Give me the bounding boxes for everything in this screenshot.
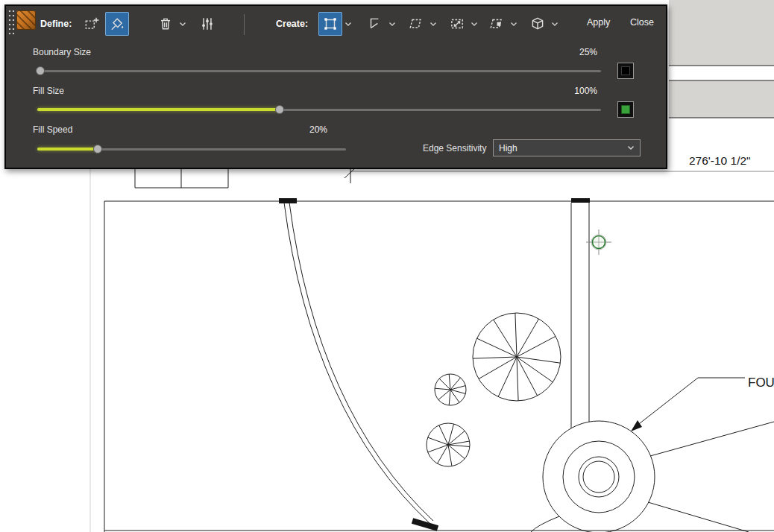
adjust-settings-button[interactable] bbox=[195, 12, 219, 36]
fill-speed-thumb[interactable] bbox=[93, 145, 102, 153]
fountain-label: FOU bbox=[748, 376, 774, 390]
chevron-down-icon bbox=[471, 22, 478, 27]
paint-bucket-icon bbox=[109, 16, 125, 32]
create-label: Create: bbox=[276, 19, 308, 29]
black-color-chip bbox=[621, 66, 630, 75]
chevron-down-icon bbox=[627, 145, 635, 151]
arc-end-jamb bbox=[412, 521, 438, 528]
chevron-down-icon bbox=[551, 22, 559, 27]
dashed-quad-solid-icon bbox=[488, 16, 505, 32]
edge-sensitivity-value: High bbox=[499, 143, 517, 153]
chevron-down-icon bbox=[430, 22, 437, 27]
fill-speed-slider-fill[interactable] bbox=[37, 148, 98, 151]
perimeter-tool-button[interactable] bbox=[363, 12, 387, 36]
boundary-size-thumb[interactable] bbox=[36, 66, 45, 75]
edge-sensitivity-select[interactable]: High bbox=[493, 139, 641, 156]
corner-angle-icon bbox=[367, 16, 383, 32]
leader-arrowhead bbox=[631, 420, 642, 431]
fill-speed-label: Fill Speed bbox=[33, 124, 72, 135]
boundary-color-swatch[interactable] bbox=[617, 63, 634, 79]
dashed-quad-icon bbox=[408, 16, 424, 32]
fill-size-value: 100% bbox=[553, 86, 597, 96]
tree-symbol bbox=[435, 374, 466, 405]
resize-tool-button[interactable] bbox=[445, 12, 469, 36]
fill-speed-value: 20% bbox=[309, 124, 327, 135]
edge-sensitivity-label: Edge Sensitivity bbox=[423, 143, 486, 153]
create-space-chevron[interactable] bbox=[343, 12, 353, 36]
perimeter-tool-chevron[interactable] bbox=[387, 12, 397, 36]
boundary-size-label: Boundary Size bbox=[33, 47, 91, 57]
area-tool-chevron[interactable] bbox=[428, 12, 438, 36]
delete-dropdown-chevron[interactable] bbox=[177, 12, 188, 36]
viewport-tool-chevron[interactable] bbox=[550, 12, 560, 36]
chevron-down-icon bbox=[510, 22, 517, 27]
wall-jambs bbox=[279, 198, 642, 431]
chevron-down-icon bbox=[344, 22, 352, 27]
tree-symbol bbox=[427, 423, 470, 466]
boundary-size-value: 25% bbox=[553, 47, 597, 57]
cutout-tool-button[interactable] bbox=[485, 12, 509, 36]
fill-size-slider-fill[interactable] bbox=[37, 108, 280, 111]
fill-size-label: Fill Size bbox=[33, 86, 64, 96]
rect-handles-icon bbox=[322, 16, 339, 32]
boundary-size-slider[interactable] bbox=[37, 70, 601, 72]
tree-symbol bbox=[473, 313, 561, 401]
close-button[interactable]: Close bbox=[630, 17, 654, 28]
schedule-table bbox=[669, 0, 774, 118]
chevron-down-icon bbox=[179, 22, 186, 27]
dashed-rect-plus-icon bbox=[84, 16, 100, 32]
apply-button[interactable]: Apply bbox=[587, 17, 610, 28]
define-label: Define: bbox=[40, 19, 72, 29]
fill-color-swatch[interactable] bbox=[617, 101, 634, 118]
viewport-tool-button[interactable] bbox=[526, 12, 550, 36]
cutout-tool-chevron[interactable] bbox=[509, 12, 519, 36]
dimension-text: 276'-10 1/2" bbox=[689, 154, 751, 167]
chevron-down-icon bbox=[388, 22, 396, 27]
resize-tool-chevron[interactable] bbox=[469, 12, 479, 36]
toolbar-divider bbox=[244, 14, 245, 35]
cube-icon bbox=[529, 16, 546, 32]
sliders-icon bbox=[199, 16, 215, 32]
fill-size-thumb[interactable] bbox=[275, 105, 284, 114]
trash-icon bbox=[157, 16, 174, 32]
rect-diagonal-arrow-icon bbox=[449, 16, 465, 32]
drag-grip[interactable] bbox=[8, 10, 16, 37]
create-space-button[interactable] bbox=[318, 12, 342, 36]
magic-define-button[interactable] bbox=[105, 12, 129, 36]
area-tool-button[interactable] bbox=[404, 12, 428, 36]
delete-button[interactable] bbox=[154, 12, 177, 36]
crosshair-cursor bbox=[586, 229, 611, 255]
add-region-button[interactable] bbox=[80, 12, 104, 36]
hatch-tool-icon bbox=[16, 10, 36, 30]
green-color-chip bbox=[621, 105, 630, 114]
define-space-panel: Define: Create: bbox=[4, 4, 667, 169]
